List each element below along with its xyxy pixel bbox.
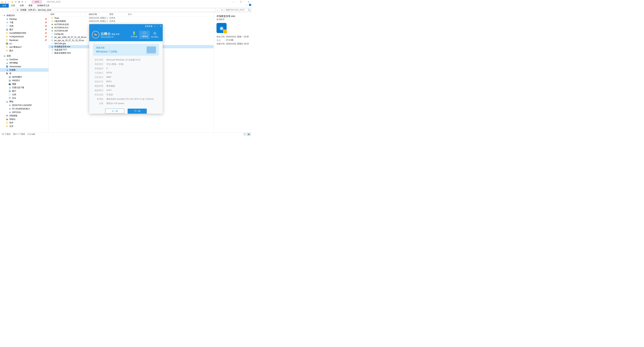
sidebar-item[interactable]: 📁 文件	[0, 125, 48, 128]
up-button[interactable]: ↑	[13, 9, 14, 11]
file-icon: 📝	[51, 49, 53, 51]
sidebar-item[interactable]: 🖥 PC-20190530OBLA	[0, 107, 48, 110]
sidebar-item[interactable]: 📁 图片	[0, 49, 48, 52]
tree-desktop[interactable]: 🖥 桌面	[0, 54, 48, 58]
tree-quick-access[interactable]: ★ 快速访问	[0, 14, 48, 17]
menu-icon[interactable]: ≡	[154, 25, 155, 27]
file-row[interactable]: 📁U盘安装教程 2020/12/25, 星期五 1... 文件夹	[49, 20, 214, 23]
search-input[interactable]: 搜索"Win7x64_2020" 🔍	[225, 8, 252, 12]
refresh-button[interactable]: ↻	[220, 8, 224, 12]
chevron-right-icon[interactable]: ›	[19, 9, 20, 11]
tab-view[interactable]: 查看	[26, 4, 35, 7]
tree-network[interactable]: 🖧 网络	[0, 100, 48, 103]
close-icon[interactable]: ✕	[160, 25, 161, 27]
sidebar-item[interactable]: 🖥 DESKTOP-LSSOEDP	[0, 103, 48, 107]
sidebar-item[interactable]: 👤 Administrator	[0, 65, 48, 68]
maximize-button[interactable]: ☐	[237, 0, 245, 4]
spec-key: 系统语言	[93, 63, 103, 66]
sidebar-item[interactable]: 🖥 Desktop 📌	[0, 17, 48, 21]
spec-key: 磁盘类型	[93, 84, 103, 87]
sidebar-item[interactable]: 📁 YUNQISHI2019 📌	[0, 35, 48, 38]
sidebar-item[interactable]: ☁ WPS网盘	[0, 61, 48, 65]
sidebar-item[interactable]: 🖼 本机照片	[0, 79, 48, 82]
close-button[interactable]: ✕	[245, 0, 252, 4]
sidebar-item[interactable]: 🖥 此电脑	[0, 68, 48, 72]
item-label: WPS网盘	[10, 61, 18, 64]
crumb-item[interactable]: 文档 (E:)	[28, 8, 36, 11]
prev-button[interactable]: 上一步	[105, 109, 124, 114]
desktop-icon: 🖥	[3, 55, 6, 57]
minimize-icon[interactable]: ─	[157, 25, 158, 27]
spec-key: 主板	[93, 102, 103, 105]
contextual-tab-manage[interactable]: 管理	[32, 0, 42, 3]
chevron-right-icon[interactable]: ›	[27, 9, 28, 11]
item-label: 回收站	[10, 118, 16, 121]
sidebar-item[interactable]: 🎵 音乐	[0, 96, 48, 100]
folder-icon[interactable]: ▣	[11, 0, 14, 3]
folder-icon[interactable]: ▣	[1, 0, 4, 3]
installer-nav-item[interactable]: 🔋 启动U盘	[129, 31, 139, 39]
sidebar-item[interactable]: 📁 Bandicam 📌	[0, 38, 48, 42]
logo-sub: 装机大师	[111, 33, 120, 35]
forward-button[interactable]: →	[6, 9, 8, 11]
sidebar-item[interactable]: 📁 软件	[0, 121, 48, 125]
tab-app-tools[interactable]: 应用程序工具	[35, 4, 52, 7]
item-icon: 📁	[6, 39, 8, 41]
file-icon: 📄	[51, 33, 53, 35]
help-icon[interactable]: ?	[249, 4, 251, 6]
pin-icon: 📌	[45, 25, 47, 27]
crumb-item[interactable]: Win7x64_2020	[38, 9, 51, 11]
chevron-right-icon[interactable]: ›	[37, 9, 37, 11]
sidebar-item[interactable]: 🖼 图片	[0, 89, 48, 93]
col-name[interactable]: 名称⌄	[49, 13, 87, 16]
sidebar-item[interactable]: 📄 文档 📌	[0, 24, 48, 28]
col-size[interactable]: 大小	[126, 13, 140, 16]
tab-share[interactable]: 共享	[18, 4, 26, 7]
sidebar-item[interactable]: ⚙ 控制面板	[0, 114, 48, 117]
support-link[interactable]: 联系客服	[145, 25, 152, 27]
file-name: Win7x64.gho	[54, 42, 66, 45]
spec-value: 基本磁盘	[106, 84, 115, 87]
item-icon: 📁	[6, 46, 8, 49]
col-type[interactable]: 类型	[108, 13, 126, 16]
sidebar-item[interactable]: 🖥 ZMT2019	[0, 110, 48, 114]
view-icons-button[interactable]: ▦	[247, 133, 250, 136]
qat-dropdown-icon[interactable]: ▾	[21, 0, 24, 3]
search-icon[interactable]: 🔍	[248, 9, 250, 11]
item-label: win7重装win7	[10, 46, 22, 49]
sidebar-item[interactable]: 🖼 图片 📌	[0, 28, 48, 31]
installer-nav-item[interactable]: ⓔ 官方网址	[150, 31, 160, 39]
item-label: 图片	[12, 90, 16, 92]
sidebar-item[interactable]: 🎬 视频	[0, 82, 48, 86]
item-icon: ⚙	[6, 114, 8, 117]
ribbon-expand-icon[interactable]: ⌄	[246, 4, 247, 6]
file-row[interactable]: 📁Tools 2020/12/25, 星期五 1... 文件夹	[49, 16, 214, 20]
crumb-item[interactable]: 此电脑	[20, 8, 26, 11]
spec-key: 安全启动	[93, 93, 103, 96]
sidebar-item[interactable]: 🖼 保存的图片	[0, 75, 48, 79]
spec-row: 磁盘类型基本磁盘	[93, 84, 159, 87]
next-button[interactable]: 下一步	[128, 109, 147, 114]
installer-nav-item[interactable]: 🖵 一键装机	[139, 31, 150, 39]
tab-file[interactable]: 文件	[0, 4, 9, 7]
breadcrumb[interactable]: 🖥 › 此电脑 › 文档 (E:) › Win7x64_2020	[15, 8, 216, 12]
sidebar-item[interactable]: ☁ 天翼云盘下载	[0, 86, 48, 89]
tab-home[interactable]: 主页	[9, 4, 18, 7]
sidebar-item[interactable]: ⬇ 下载 📌	[0, 21, 48, 24]
sidebar-item[interactable]: 📄 文档	[0, 93, 48, 96]
recent-dropdown[interactable]: ⌄	[10, 9, 12, 11]
view-details-button[interactable]: ☰	[243, 133, 246, 136]
check-icon[interactable]: ✓	[8, 0, 10, 3]
sidebar-item[interactable]: 📁 win7重装win7	[0, 45, 48, 49]
sidebar-item[interactable]: 📁 excel表格制作求和 📌	[0, 31, 48, 35]
sidebar-item[interactable]: 🗑 回收站	[0, 117, 48, 121]
back-button[interactable]: ←	[2, 9, 4, 11]
disk-icon[interactable]: ◔	[18, 0, 20, 3]
col-date[interactable]: 修改日期	[87, 13, 108, 16]
close-x-icon[interactable]: ✕	[14, 0, 17, 3]
sidebar-item[interactable]: 💾 G:\	[0, 42, 48, 45]
sidebar-item[interactable]: 📚 库	[0, 72, 48, 75]
sidebar-item[interactable]: ☁ OneDrive	[0, 58, 48, 61]
minimize-button[interactable]: ─	[230, 0, 237, 4]
address-dropdown[interactable]: ⌄	[216, 8, 220, 12]
